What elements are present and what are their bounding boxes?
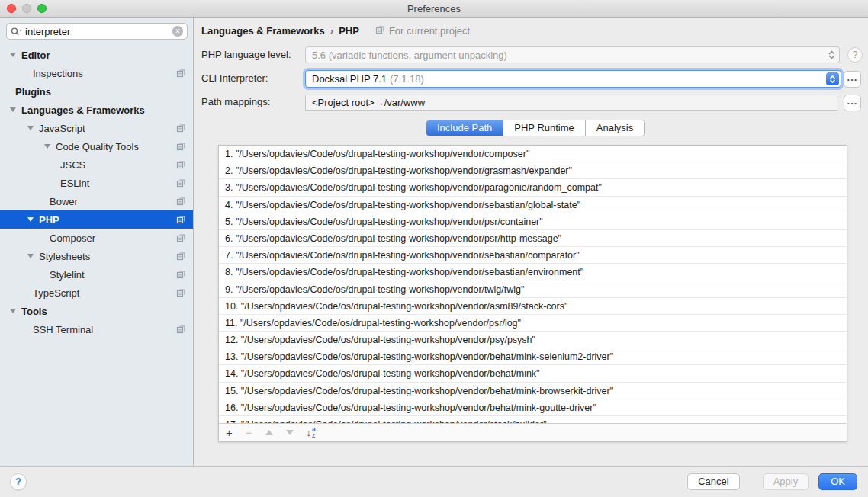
settings-sidebar: interpreter ✕ Editor <box>0 18 194 466</box>
sidebar-item[interactable]: Composer <box>0 229 193 247</box>
dropdown-stepper-icon[interactable] <box>826 72 839 85</box>
clear-search-icon[interactable]: ✕ <box>172 26 183 37</box>
dropdown-stepper-icon[interactable] <box>828 50 836 59</box>
breadcrumb-page: PHP <box>339 25 359 37</box>
for-current-project-context: For current project <box>375 24 470 37</box>
sidebar-item[interactable]: JSCS <box>0 156 193 174</box>
cli-interpreter-label: CLI Interpreter: <box>201 70 268 87</box>
per-project-badge-icon <box>176 287 186 300</box>
php-settings-panel: Languages & Frameworks › PHP For current… <box>194 18 868 466</box>
language-level-select[interactable]: 5.6 (variadic functions, argument unpack… <box>305 46 840 63</box>
sidebar-item-label: PHP <box>39 214 59 226</box>
per-project-badge-icon <box>176 159 186 172</box>
sidebar-item-label: Stylesheets <box>39 251 90 262</box>
cli-interpreter-version: (7.1.18) <box>390 73 424 85</box>
sidebar-item-label: Code Quality Tools <box>56 141 139 152</box>
help-icon[interactable]: ? <box>847 47 863 63</box>
cli-interpreter-select[interactable]: Docksal PHP 7.1 (7.1.18) <box>305 70 841 88</box>
include-path-row[interactable]: 10. "/Users/opdavies/Code/os/drupal-test… <box>219 298 847 315</box>
include-path-row[interactable]: 3. "/Users/opdavies/Code/os/drupal-testi… <box>219 179 847 196</box>
zoom-window-button[interactable] <box>37 4 47 13</box>
tab[interactable]: Analysis <box>586 120 645 136</box>
dialog-footer: ? Cancel Apply OK <box>0 466 868 497</box>
tab[interactable]: Include Path <box>426 120 503 136</box>
breadcrumb: Languages & Frameworks › PHP For current… <box>201 24 470 37</box>
include-path-row[interactable]: 8. "/Users/opdavies/Code/os/drupal-testi… <box>219 264 847 281</box>
include-path-row[interactable]: 1. "/Users/opdavies/Code/os/drupal-testi… <box>219 146 847 162</box>
settings-search-input[interactable]: interpreter ✕ <box>6 23 188 40</box>
sidebar-item[interactable]: Bower <box>0 192 193 210</box>
sidebar-item[interactable]: Languages & Frameworks <box>0 101 193 119</box>
sidebar-item[interactable]: Tools <box>0 302 193 320</box>
sidebar-item[interactable]: Inspections <box>0 64 193 82</box>
per-project-badge-icon <box>176 123 186 135</box>
minimize-window-button <box>22 4 31 13</box>
include-path-row[interactable]: 5. "/Users/opdavies/Code/os/drupal-testi… <box>219 213 847 230</box>
cancel-button[interactable]: Cancel <box>687 473 739 490</box>
chevron-down-icon[interactable] <box>27 254 34 258</box>
sort-arrow-icon: ↓ <box>307 427 312 438</box>
search-icon[interactable] <box>11 27 23 37</box>
move-down-button[interactable] <box>286 430 294 435</box>
move-up-button[interactable] <box>265 430 273 435</box>
for-current-project-label: For current project <box>389 25 470 37</box>
sidebar-item[interactable]: JavaScript <box>0 119 193 137</box>
sidebar-item-label: JavaScript <box>39 123 85 134</box>
sidebar-item[interactable]: Code Quality Tools <box>0 137 193 156</box>
close-window-button[interactable] <box>7 4 16 13</box>
chevron-down-icon[interactable] <box>27 126 34 130</box>
sidebar-item-label: Stylelint <box>50 269 85 281</box>
cli-interpreter-value: Docksal PHP 7.1 <box>312 73 387 85</box>
sidebar-item[interactable]: Stylelint <box>0 265 193 284</box>
include-path-row[interactable]: 14. "/Users/opdavies/Code/os/drupal-test… <box>219 365 847 382</box>
sort-alphabetically-button[interactable]: ↓ a z <box>307 427 316 438</box>
include-path-row[interactable]: 9. "/Users/opdavies/Code/os/drupal-testi… <box>219 281 847 298</box>
sidebar-item-label: Inspections <box>33 68 83 79</box>
include-path-row[interactable]: 2. "/Users/opdavies/Code/os/drupal-testi… <box>219 162 847 179</box>
sidebar-item-label: Tools <box>21 306 47 317</box>
php-settings-tabs: Include Path PHP Runtime Analysis <box>426 120 645 136</box>
browse-path-mappings-button[interactable]: ... <box>844 95 861 111</box>
tab[interactable]: PHP Runtime <box>503 120 586 136</box>
include-path-row[interactable]: 13. "/Users/opdavies/Code/os/drupal-test… <box>219 348 847 365</box>
per-project-badge-icon <box>375 24 385 37</box>
list-toolbar: + − ↓ a z <box>219 423 847 441</box>
include-path-row[interactable]: 15. "/Users/opdavies/Code/os/drupal-test… <box>219 383 847 399</box>
apply-button[interactable]: Apply <box>763 473 809 490</box>
chevron-down-icon[interactable] <box>10 53 16 57</box>
chevron-down-icon[interactable] <box>10 309 16 313</box>
remove-path-button[interactable]: − <box>246 427 252 438</box>
sidebar-item[interactable]: ESLint <box>0 174 193 192</box>
sidebar-item[interactable]: Plugins <box>0 82 193 101</box>
sidebar-item-label: TypeScript <box>33 287 79 299</box>
chevron-down-icon[interactable] <box>27 217 34 222</box>
include-path-row[interactable]: 6. "/Users/opdavies/Code/os/drupal-testi… <box>219 230 847 247</box>
ok-button[interactable]: OK <box>818 473 857 490</box>
include-path-row[interactable]: 11. "/Users/opdavies/Code/os/drupal-test… <box>219 315 847 332</box>
titlebar: Preferences <box>0 0 868 18</box>
per-project-badge-icon <box>176 178 186 190</box>
include-path-row[interactable]: 16. "/Users/opdavies/Code/os/drupal-test… <box>219 399 847 416</box>
search-value[interactable]: interpreter <box>25 26 172 37</box>
include-path-row[interactable]: 12. "/Users/opdavies/Code/os/drupal-test… <box>219 332 847 348</box>
sidebar-item[interactable]: PHP <box>0 210 193 229</box>
help-button[interactable]: ? <box>10 473 27 490</box>
per-project-badge-icon <box>176 232 186 245</box>
arrow-down-icon <box>286 430 294 435</box>
sidebar-item[interactable]: TypeScript <box>0 284 193 302</box>
sidebar-item[interactable]: Stylesheets <box>0 247 193 265</box>
add-path-button[interactable]: + <box>226 427 233 438</box>
chevron-down-icon[interactable] <box>44 144 50 149</box>
include-path-row[interactable]: 17. "/Users/opdavies/Code/os/drupal-test… <box>219 416 847 423</box>
browse-interpreters-button[interactable]: ... <box>844 71 861 88</box>
path-mappings-field[interactable]: <Project root>→/var/www <box>305 95 837 111</box>
sidebar-item-label: Editor <box>21 50 50 61</box>
include-path-list[interactable]: 1. "/Users/opdavies/Code/os/drupal-testi… <box>219 146 847 423</box>
include-path-row[interactable]: 4. "/Users/opdavies/Code/os/drupal-testi… <box>219 197 847 213</box>
sidebar-item[interactable]: Editor <box>0 46 193 64</box>
breadcrumb-section[interactable]: Languages & Frameworks <box>201 25 325 37</box>
sidebar-item[interactable]: SSH Terminal <box>0 320 193 338</box>
include-path-row[interactable]: 7. "/Users/opdavies/Code/os/drupal-testi… <box>219 247 847 264</box>
chevron-down-icon[interactable] <box>10 107 16 112</box>
sidebar-item-label: ESLint <box>60 178 89 189</box>
